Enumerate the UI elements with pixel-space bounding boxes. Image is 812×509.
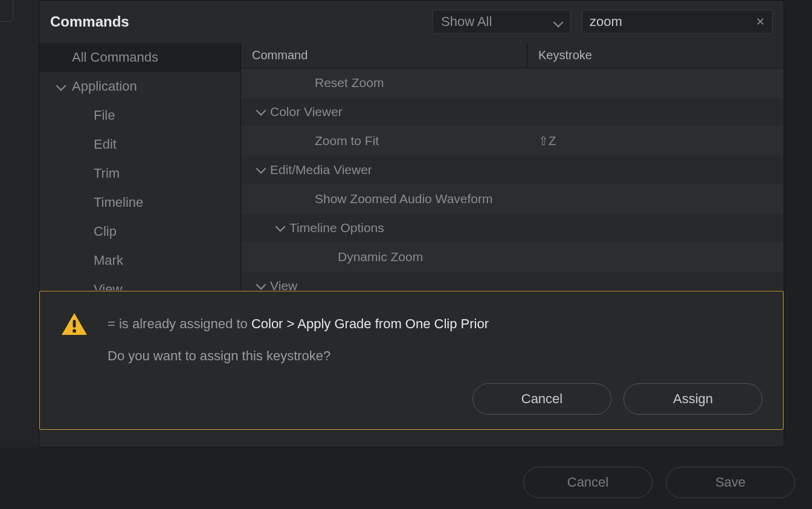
- alert-conflict-command: Color > Apply Grade from One Clip Prior: [251, 316, 489, 331]
- sidebar-item-label: Application: [72, 79, 137, 94]
- warning-icon: [60, 312, 88, 339]
- sidebar-item-view[interactable]: View: [39, 275, 240, 290]
- sidebar-item-application[interactable]: Application: [39, 72, 240, 101]
- command-label: View: [270, 279, 297, 290]
- search-input[interactable]: [590, 14, 756, 30]
- table-row[interactable]: Dynamic Zoom: [241, 242, 784, 271]
- command-label: Zoom to Fit: [315, 134, 379, 148]
- dialog-footer: Cancel Save: [523, 467, 795, 498]
- column-header-command[interactable]: Command: [241, 43, 527, 68]
- sidebar-item-clip[interactable]: Clip: [39, 217, 240, 246]
- filter-select[interactable]: Show All: [432, 10, 571, 34]
- left-notch: [0, 0, 13, 22]
- dialog-save-button[interactable]: Save: [666, 467, 795, 498]
- sidebar-item-trim[interactable]: Trim: [39, 159, 240, 188]
- command-label: Reset Zoom: [315, 76, 384, 90]
- command-label: Edit/Media Viewer: [270, 163, 372, 177]
- alert-prefix: = is already assigned to: [108, 316, 251, 331]
- sidebar-item-label: All Commands: [72, 50, 158, 65]
- panel-header: Commands Show All ✕: [39, 1, 784, 43]
- sidebar-item-label: Mark: [94, 253, 123, 268]
- panel-title: Commands: [50, 13, 432, 30]
- alert-question: Do you want to assign this keystroke?: [108, 345, 489, 366]
- command-label: Show Zoomed Audio Waveform: [315, 192, 493, 206]
- conflict-alert: = is already assigned to Color > Apply G…: [39, 291, 784, 430]
- table-row[interactable]: Show Zoomed Audio Waveform: [241, 184, 784, 213]
- sidebar-item-label: Timeline: [94, 195, 143, 210]
- command-label: Dynamic Zoom: [338, 250, 423, 264]
- command-label: Timeline Options: [289, 221, 384, 235]
- sidebar-item-mark[interactable]: Mark: [39, 246, 240, 275]
- sidebar-item-timeline[interactable]: Timeline: [39, 188, 240, 217]
- alert-assign-button[interactable]: Assign: [624, 383, 762, 415]
- chevron-down-icon: [252, 167, 270, 172]
- dialog-cancel-button[interactable]: Cancel: [523, 467, 652, 498]
- svg-rect-0: [73, 320, 76, 327]
- alert-cancel-button[interactable]: Cancel: [472, 383, 611, 415]
- chevron-down-icon: [57, 82, 72, 91]
- sidebar-item-label: Trim: [94, 166, 120, 181]
- sidebar-item-edit[interactable]: Edit: [39, 130, 240, 159]
- alert-text: = is already assigned to Color > Apply G…: [108, 313, 489, 366]
- panel-body: All CommandsApplicationFileEditTrimTimel…: [39, 43, 784, 291]
- chevron-down-icon: [555, 14, 562, 30]
- keystroke-cell[interactable]: ⇧Z: [527, 134, 784, 148]
- svg-point-1: [72, 329, 76, 333]
- table-row[interactable]: Reset Zoom: [241, 68, 784, 97]
- sidebar-item-label: File: [94, 108, 115, 123]
- table-body: Reset ZoomColor ViewerZoom to Fit⇧ZEdit/…: [241, 68, 784, 290]
- table-row[interactable]: Timeline Options: [241, 213, 784, 242]
- sidebar-item-label: Edit: [94, 137, 117, 152]
- chevron-down-icon: [252, 109, 270, 114]
- sidebar-item-all-commands[interactable]: All Commands: [39, 43, 240, 72]
- search-field[interactable]: ✕: [582, 10, 773, 34]
- commands-table: Command Keystroke Reset ZoomColor Viewer…: [241, 43, 784, 290]
- command-label: Color Viewer: [270, 105, 343, 119]
- table-row[interactable]: Edit/Media Viewer: [241, 155, 784, 184]
- category-sidebar: All CommandsApplicationFileEditTrimTimel…: [39, 43, 241, 290]
- sidebar-item-label: Clip: [94, 224, 117, 239]
- clear-search-icon[interactable]: ✕: [756, 15, 765, 28]
- sidebar-item-file[interactable]: File: [39, 101, 240, 130]
- left-stripe: [0, 0, 39, 447]
- commands-panel: Commands Show All ✕ All CommandsApplicat…: [39, 0, 784, 447]
- chevron-down-icon: [271, 225, 289, 230]
- column-header-keystroke[interactable]: Keystroke: [527, 48, 784, 62]
- table-row[interactable]: Color Viewer: [241, 97, 784, 126]
- filter-select-label: Show All: [441, 14, 492, 30]
- table-row[interactable]: Zoom to Fit⇧Z: [241, 126, 784, 155]
- sidebar-item-label: View: [94, 282, 122, 290]
- chevron-down-icon: [252, 284, 270, 288]
- table-row[interactable]: View: [241, 271, 784, 290]
- table-header: Command Keystroke: [241, 43, 784, 68]
